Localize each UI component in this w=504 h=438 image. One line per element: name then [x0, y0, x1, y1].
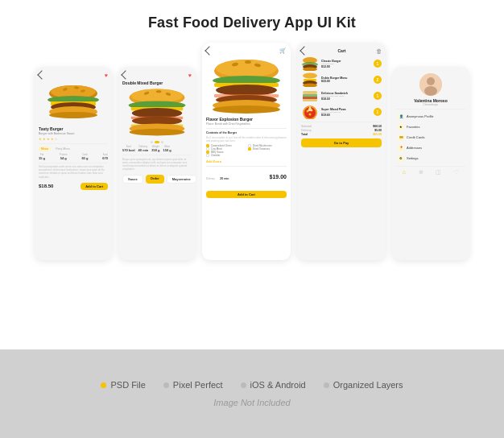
svg-point-39	[303, 73, 317, 79]
feature-dot-psd	[101, 382, 106, 388]
card4-trash-icon[interactable]: 🗑	[376, 48, 382, 54]
cart-item-1-info: Classic Burger Cheeseburger $12.00	[321, 60, 371, 68]
cart-item-3-counter[interactable]: 1	[374, 92, 382, 100]
phone-card-1: ♥	[35, 67, 112, 260]
nav-search-icon[interactable]: ⊕	[419, 169, 423, 176]
feature-label-pixel: Pixel Perfect	[173, 380, 223, 390]
not-included-text: Image Not Included	[213, 398, 290, 407]
svg-point-55	[424, 86, 437, 96]
features-row: PSD File Pixel Perfect iOS & Android Org…	[101, 380, 403, 390]
card1-header: ♥	[39, 72, 108, 78]
card2-mayonnaise-button[interactable]: Mayonnaise	[167, 175, 196, 184]
svg-point-54	[427, 77, 435, 85]
tab-menu[interactable]: Menu	[39, 147, 51, 151]
cart-item-1-counter[interactable]: 1	[374, 60, 382, 68]
nav-home-icon[interactable]: ⌂	[403, 169, 406, 176]
checkbox-6[interactable]	[248, 147, 251, 151]
back-icon[interactable]	[37, 70, 46, 79]
profile-icon-2: ★	[398, 124, 404, 130]
profile-menu-item-4[interactable]: 📍 Addresses	[396, 143, 465, 153]
card2-order-button[interactable]: Order	[146, 175, 164, 184]
nutrition-kcal: Kcal 670	[102, 153, 108, 160]
total-value: $65.50	[373, 133, 382, 136]
card3-divider2	[206, 166, 287, 167]
profile-icon-4: 📍	[398, 145, 404, 151]
burger-svg-1	[39, 81, 108, 125]
cart-delivery-value: $5.00	[374, 129, 382, 132]
contents-col-right: Dried Mushrooms Dried Tomatoes	[248, 144, 287, 157]
card2-info-row: Kcal 570 kcal Delivery 40 min Weight 350…	[122, 145, 192, 152]
card1-food-image	[39, 81, 108, 125]
card1-add-button[interactable]: Add to Cart	[81, 183, 108, 190]
add-extra-label[interactable]: Add Extra	[206, 159, 287, 163]
profile-divider	[396, 109, 465, 110]
profile-label-4: Addresses	[407, 146, 422, 150]
feature-dot-ios	[241, 382, 246, 388]
tab-row[interactable]: Menu Party Menu	[39, 147, 108, 151]
profile-label-5: Settings	[407, 156, 418, 160]
profile-menu-item-2[interactable]: ★ Favorites	[396, 122, 465, 132]
extra-item-4: Cheddar	[206, 154, 245, 157]
nav-profile-icon[interactable]: ♡	[454, 169, 459, 176]
card2-description: Neque porro quisquam est, qui dolorem ip…	[122, 158, 192, 171]
profile-menu-item-3[interactable]: 💳 Credit Cards	[396, 133, 465, 143]
svg-point-26	[245, 60, 251, 64]
card3-add-to-cart-button[interactable]: Add to Cart	[206, 191, 287, 198]
card1-stars: ★ ★ ★ ★ ★	[39, 137, 108, 141]
phone-card-4: Cart 🗑	[297, 43, 386, 260]
nutrition-protein: Protein 54 g	[60, 153, 68, 160]
card3-header: 🛒	[206, 48, 287, 54]
nutrition-fat: Fat 15 g	[39, 153, 45, 160]
cart-item-4-image	[301, 105, 319, 119]
subtotal-label: Subtotal	[301, 125, 312, 128]
card1-heart-icon[interactable]: ♥	[105, 72, 108, 78]
profile-menu-item-1[interactable]: 👤 Anonymous Profile	[396, 112, 465, 122]
info-delivery: Delivery 40 min	[138, 145, 149, 152]
dot-3	[161, 141, 163, 143]
cart-item-4-counter[interactable]: 1	[374, 108, 382, 116]
delivery-time: 20 min	[220, 177, 229, 180]
card4-back-icon[interactable]	[300, 46, 308, 55]
profile-icon-3: 💳	[398, 134, 404, 141]
bottom-nav: ⌂ ⊕ ◫ ♡	[396, 166, 465, 178]
card2-header: ♥	[122, 72, 192, 78]
profile-menu-item-5[interactable]: ⚙ Settings	[396, 154, 465, 163]
go-to-pay-button[interactable]: Go to Pay	[301, 138, 382, 147]
card2-heart-icon[interactable]: ♥	[188, 72, 192, 78]
feature-dot-pixel	[163, 382, 169, 388]
phone-card-3: 🛒	[202, 43, 291, 260]
feature-label-psd: PSD File	[110, 380, 145, 390]
cart-sandwich-svg	[301, 89, 319, 103]
nav-cart-icon[interactable]: ◫	[436, 169, 441, 176]
checkbox-4[interactable]	[206, 154, 209, 157]
card4-header: Cart 🗑	[301, 48, 382, 54]
tab-party-menu[interactable]: Party Menu	[53, 147, 72, 151]
nutrition-carb: Carb 60 g	[81, 153, 88, 160]
dot-1	[151, 141, 153, 143]
svg-point-22	[130, 129, 185, 136]
page-title: Fast Food Delivery App UI Kit	[148, 14, 356, 31]
card2-dots	[122, 141, 192, 143]
cart-pizza-svg	[301, 105, 319, 119]
info-weight: Weight 350 g	[151, 145, 159, 152]
cart-subtotal-row: Subtotal $60.50	[301, 125, 382, 128]
card2-sauce-button[interactable]: Sauce	[122, 175, 143, 184]
cart-item-2-counter[interactable]: 2	[374, 76, 382, 84]
svg-rect-45	[303, 97, 317, 99]
card1-price: $18.50	[39, 184, 53, 188]
cart-delivery-label: Delivery	[301, 129, 312, 132]
svg-rect-46	[303, 99, 317, 101]
svg-point-51	[309, 114, 312, 116]
screens-row: ♥	[8, 43, 496, 260]
cart-delivery-row: Delivery $5.00	[301, 129, 382, 132]
card2-back-icon[interactable]	[121, 70, 130, 79]
cart-title: Cart	[337, 48, 345, 53]
extra-item-6: Dried Tomatoes	[248, 147, 287, 151]
card3-back-icon[interactable]	[204, 46, 213, 55]
card3-cart-icon[interactable]: 🛒	[279, 48, 287, 54]
profile-label-2: Favorites	[407, 125, 419, 129]
phone-card-2: ♥ Double Mixed Burger	[118, 67, 196, 260]
svg-rect-44	[303, 94, 317, 97]
cart-item-2-image	[301, 72, 319, 87]
contents-col-left: Caramelized Onion Cow Meat BBQ Sauce	[206, 144, 245, 157]
